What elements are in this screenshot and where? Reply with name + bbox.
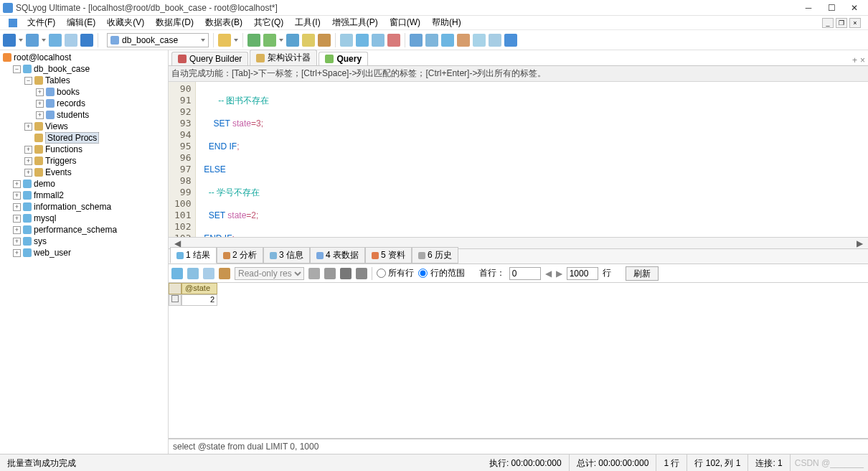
tool-icon[interactable] [318,34,331,47]
tree-table-books[interactable]: +books [3,86,168,98]
menu-edit[interactable]: 编辑(E) [61,17,101,29]
expand-icon[interactable]: + [24,123,32,131]
expand-icon[interactable]: + [24,157,32,165]
tab-schema[interactable]: 架构设计器 [250,50,317,65]
radio-all-rows[interactable]: 所有行 [377,267,414,279]
tree-db-item[interactable]: +performance_schema [3,224,168,236]
menu-other[interactable]: 其它(Q) [248,17,289,29]
tool-icon[interactable] [356,34,369,47]
menu-table[interactable]: 数据表(B) [199,17,248,29]
tool-icon[interactable] [457,34,470,47]
result-tab-1[interactable]: 1 结果 [170,247,217,264]
close-button[interactable]: ✕ [849,3,859,13]
expand-icon[interactable]: + [13,192,21,200]
tree-root[interactable]: root@localhost [3,52,168,63]
grid-row-selector[interactable] [169,294,181,306]
execute-icon[interactable] [247,34,260,47]
tool-icon[interactable] [65,34,77,47]
menu-fav[interactable]: 收藏夹(V) [101,17,150,29]
tool-icon[interactable] [489,34,501,47]
object-tree[interactable]: root@localhost −db_book_case −Tables +bo… [0,50,169,454]
mdi-restore[interactable]: ❐ [836,18,847,28]
text-icon[interactable] [203,268,214,279]
form-icon[interactable] [187,268,199,279]
tool-icon[interactable] [340,268,352,279]
tool-icon[interactable] [324,268,336,279]
result-grid[interactable]: @state 2 [169,283,868,439]
tree-db-item[interactable]: +demo [3,178,168,190]
tool-icon[interactable] [372,34,385,47]
rows-input[interactable] [567,267,598,280]
first-row-input[interactable] [509,267,541,280]
expand-icon[interactable]: + [36,100,44,108]
tree-db-item[interactable]: +web_user [3,247,168,258]
refresh-icon[interactable] [80,34,93,47]
tree-procs[interactable]: Stored Procs [3,132,168,144]
radio-range[interactable]: 行的范围 [418,267,464,279]
tool-icon[interactable] [302,34,315,47]
user-icon[interactable] [218,34,231,47]
dropdown-icon[interactable] [279,39,283,42]
close-tab-icon[interactable]: × [860,55,865,65]
grid-cell[interactable]: 2 [181,294,217,306]
tree-table-records[interactable]: +records [3,98,168,109]
tree-table-students[interactable]: +students [3,109,168,121]
tool-icon[interactable] [356,268,367,279]
tool-icon[interactable] [410,34,423,47]
expand-icon[interactable]: + [24,169,32,177]
add-tab-icon[interactable]: + [852,55,857,65]
tree-db[interactable]: −db_book_case [3,63,168,75]
readonly-select[interactable]: Read-only res [235,267,304,280]
tool-icon[interactable] [308,268,320,279]
maximize-button[interactable]: ☐ [826,3,836,13]
scroll-right-icon[interactable]: ▶ [855,238,864,248]
tool-icon[interactable] [340,34,353,47]
menu-help[interactable]: 帮助(H) [426,17,467,29]
expand-icon[interactable]: + [13,226,21,234]
tool-icon[interactable] [387,34,400,47]
expand-icon[interactable]: + [13,249,21,257]
result-tab-3[interactable]: 3 信息 [263,247,310,264]
expand-icon[interactable]: + [36,88,44,96]
tool-icon[interactable] [49,34,62,47]
tree-db-item[interactable]: +sys [3,236,168,247]
menu-db[interactable]: 数据库(D) [150,17,199,29]
prev-page-icon[interactable]: ◀ [545,269,552,279]
tool-icon[interactable] [441,34,454,47]
tree-db-item[interactable]: +mysql [3,213,168,224]
tool-icon[interactable] [504,34,517,47]
tool-icon[interactable] [473,34,486,47]
dropdown-icon[interactable] [42,39,46,42]
menu-adv[interactable]: 增强工具(P) [326,17,384,29]
code-area[interactable]: -- 图书不存在 SET state=3; END IF; ELSE -- 学号… [196,82,868,237]
refresh-button[interactable]: 刷新 [626,266,659,281]
minimize-button[interactable]: ─ [803,3,813,13]
dropdown-icon[interactable] [234,39,238,42]
tree-db-item[interactable]: +fmmall2 [3,190,168,201]
expand-icon[interactable]: + [36,111,44,119]
tab-query-builder[interactable]: Query Builder [171,52,248,65]
result-tab-5[interactable]: 5 资料 [365,247,412,264]
dropdown-icon[interactable] [19,39,23,42]
mdi-minimize[interactable]: _ [822,18,834,28]
mdi-close[interactable]: × [849,18,861,28]
tool-icon[interactable] [425,34,438,47]
tree-funcs[interactable]: +Functions [3,144,168,155]
collapse-icon[interactable]: − [24,77,32,85]
db-selector[interactable]: db_book_case [107,33,209,47]
expand-icon[interactable]: + [13,238,21,246]
checkbox-icon[interactable] [171,295,179,302]
next-page-icon[interactable]: ▶ [556,269,562,279]
result-tab-2[interactable]: 2 分析 [217,247,263,264]
expand-icon[interactable]: + [13,180,21,188]
grid-row[interactable]: 2 [169,294,868,306]
tree-tables[interactable]: −Tables [3,75,168,86]
result-tab-6[interactable]: 6 历史 [412,247,458,264]
result-tab-4[interactable]: 4 表数据 [310,247,365,264]
expand-icon[interactable]: + [24,146,32,154]
format-icon[interactable] [286,34,299,47]
grid-icon[interactable] [171,268,183,279]
tool-icon[interactable] [26,34,39,47]
new-conn-icon[interactable] [3,34,16,47]
export-icon[interactable] [219,268,230,279]
